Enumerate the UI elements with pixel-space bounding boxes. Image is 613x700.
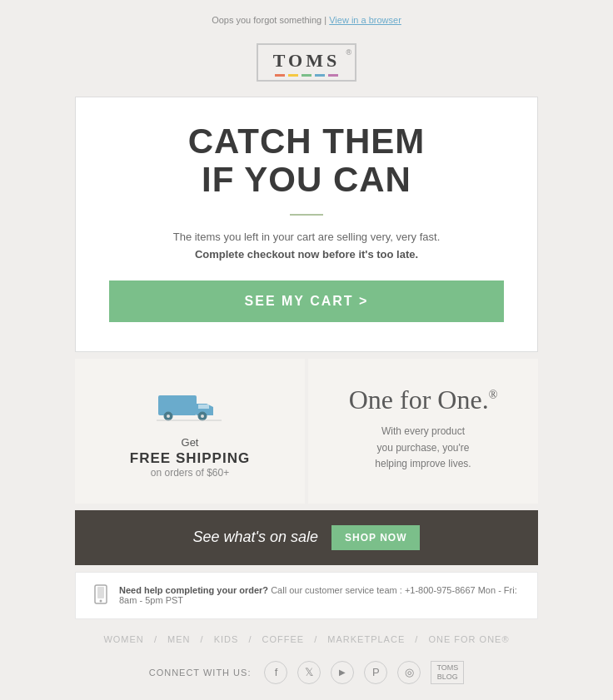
pinterest-icon[interactable]: P (364, 661, 387, 684)
nav-sep-4: / (314, 634, 321, 644)
logo-line-3 (302, 74, 311, 77)
logo-line-5 (328, 74, 338, 77)
nav-item-marketplace[interactable]: MARKETPLACE (327, 634, 405, 644)
phone-icon (92, 584, 109, 607)
main-card: CATCH THEM IF YOU CAN The items you left… (75, 97, 538, 352)
shop-now-button[interactable]: SHOP NOW (331, 525, 420, 550)
sale-bar: See what's on sale SHOP NOW (75, 510, 538, 565)
logo-area: ® TOMS (0, 35, 613, 97)
youtube-icon[interactable]: ▶ (331, 661, 354, 684)
view-in-browser-link[interactable]: View in a browser (329, 15, 401, 25)
logo-text: TOMS (273, 50, 340, 72)
email-wrapper: Oops you forgot something | View in a br… (0, 0, 613, 700)
truck-icon (92, 384, 288, 428)
one-for-one-line3: helping improve lives. (375, 458, 471, 469)
headline-line2: IF YOU CAN (202, 160, 411, 199)
blog-line1: TOMS (436, 663, 458, 672)
nav-item-one-for-one[interactable]: ONE FOR ONE® (428, 634, 509, 644)
nav-item-women[interactable]: WOMEN (103, 634, 143, 644)
toms-blog-icon[interactable]: TOMS BLOG (431, 661, 464, 684)
features-row: Get FREE SHIPPING on orders of $60+ One … (75, 359, 538, 504)
one-for-one-text: One for One. (349, 385, 489, 415)
svg-point-4 (201, 415, 204, 418)
pretext: Oops you forgot something | (212, 15, 326, 25)
nav-sep-5: / (415, 634, 421, 644)
headline: CATCH THEM IF YOU CAN (109, 122, 504, 199)
nav-sep-3: / (248, 634, 255, 644)
help-bar: Need help completing your order? Call ou… (75, 572, 538, 619)
logo-registered: ® (346, 48, 352, 57)
subtext-regular: The items you left in your cart are sell… (173, 231, 441, 243)
nav-links: WOMEN / MEN / KIDS / COFFEE / MARKETPLAC… (0, 619, 613, 653)
svg-point-2 (167, 415, 170, 418)
one-for-one-line2: you purchase, you're (376, 442, 469, 454)
free-shipping-subtitle: on orders of $60+ (92, 467, 288, 479)
logo-box: ® TOMS (257, 43, 356, 82)
sale-text: See what's on sale (193, 529, 319, 546)
social-label: CONNECT WITH US: (149, 668, 252, 678)
social-row: CONNECT WITH US: f 𝕏 ▶ P ◎ TOMS BLOG (0, 653, 613, 698)
svg-point-8 (100, 599, 102, 602)
one-for-one-subtext: With every product you purchase, you're … (325, 424, 521, 472)
divider-line (290, 214, 323, 216)
blog-line2: BLOG (437, 673, 458, 681)
get-label: Get (92, 436, 288, 449)
one-for-one-box: One for One.® With every product you pur… (308, 359, 538, 504)
logo-lines (273, 74, 340, 77)
one-for-one-registered: ® (489, 389, 498, 401)
help-text: Need help completing your order? Call ou… (119, 585, 521, 605)
logo-line-2 (288, 74, 298, 77)
nav-item-men[interactable]: MEN (167, 634, 190, 644)
logo-line-1 (275, 74, 285, 77)
logo-line-4 (315, 74, 325, 77)
one-for-one-line1: With every product (381, 425, 465, 437)
headline-line1: CATCH THEM (188, 122, 426, 161)
svg-rect-7 (97, 587, 104, 598)
nav-item-kids[interactable]: KIDS (214, 634, 239, 644)
twitter-icon[interactable]: 𝕏 (297, 661, 321, 684)
nav-sep-1: / (154, 634, 161, 644)
free-shipping-title: FREE SHIPPING (92, 450, 288, 467)
top-bar: Oops you forgot something | View in a br… (0, 8, 613, 35)
help-bold: Need help completing your order? (119, 585, 268, 595)
facebook-icon[interactable]: f (264, 661, 287, 684)
nav-sep-2: / (201, 634, 207, 644)
instagram-icon[interactable]: ◎ (397, 661, 421, 684)
svg-rect-0 (158, 395, 197, 415)
free-shipping-box: Get FREE SHIPPING on orders of $60+ (75, 359, 305, 504)
nav-item-coffee[interactable]: COFFEE (262, 634, 305, 644)
subtext-bold: Complete checkout now before it's too la… (195, 248, 418, 261)
see-cart-button[interactable]: SEE MY CART > (109, 280, 504, 322)
subtext: The items you left in your cart are sell… (109, 229, 504, 264)
one-for-one-script: One for One.® (325, 384, 521, 415)
